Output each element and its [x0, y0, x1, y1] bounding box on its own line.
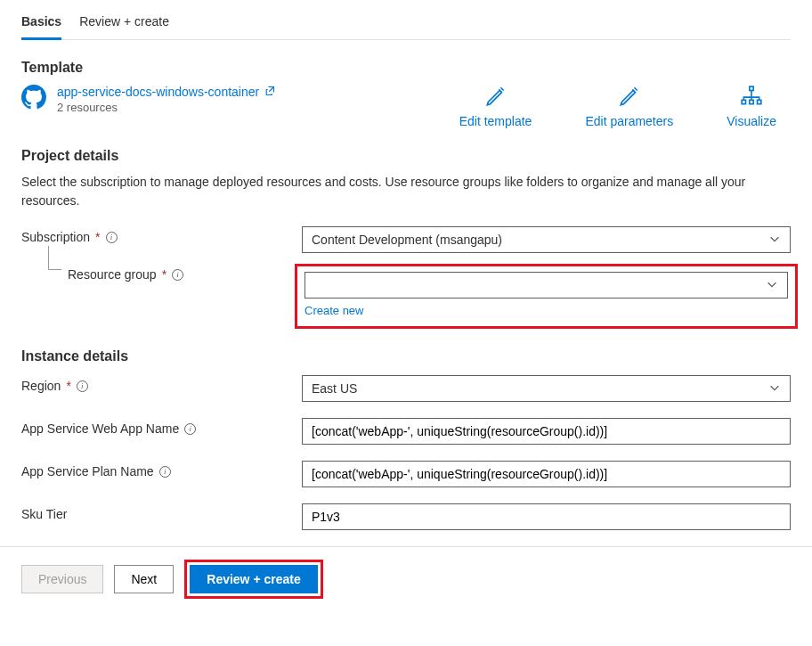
info-icon[interactable]: i	[77, 380, 88, 392]
svg-rect-2	[750, 100, 753, 103]
required-asterisk: *	[66, 379, 70, 393]
template-heading: Template	[21, 60, 791, 76]
plan-name-input[interactable]	[302, 461, 791, 487]
resource-group-highlight: Create new	[295, 264, 798, 329]
edit-parameters-label: Edit parameters	[585, 114, 673, 128]
info-icon[interactable]: i	[106, 232, 118, 243]
hierarchy-icon	[739, 85, 764, 110]
svg-rect-1	[742, 100, 745, 103]
edit-template-button[interactable]: Edit template	[459, 85, 532, 128]
webapp-name-label: App Service Web App Name	[21, 421, 179, 436]
plan-name-label: App Service Plan Name	[21, 464, 154, 478]
github-icon	[21, 85, 46, 110]
chevron-down-icon	[766, 278, 778, 293]
review-create-highlight: Review + create	[184, 560, 322, 599]
info-icon[interactable]: i	[159, 466, 171, 478]
project-details-description: Select the subscription to manage deploy…	[21, 173, 751, 210]
sku-tier-input[interactable]	[302, 503, 791, 530]
pencil-icon	[483, 85, 508, 110]
chevron-down-icon	[768, 381, 781, 397]
visualize-button[interactable]: Visualize	[727, 85, 776, 128]
info-icon[interactable]: i	[172, 269, 183, 281]
tabs-bar: Basics Review + create	[21, 0, 791, 40]
template-link-text: app-service-docs-windows-container	[57, 85, 259, 99]
edit-template-label: Edit template	[459, 114, 532, 128]
tab-review-create[interactable]: Review + create	[79, 9, 169, 40]
region-label: Region	[21, 379, 61, 393]
subscription-label: Subscription	[21, 230, 90, 244]
tab-basics[interactable]: Basics	[21, 9, 61, 40]
subscription-select[interactable]: Content Development (msangapu)	[302, 226, 791, 253]
instance-details-heading: Instance details	[21, 348, 791, 364]
visualize-label: Visualize	[727, 114, 776, 128]
pencil-icon	[617, 85, 642, 110]
chevron-down-icon	[768, 233, 781, 248]
previous-button: Previous	[21, 565, 103, 593]
sku-tier-label: Sku Tier	[21, 507, 67, 521]
project-details-heading: Project details	[21, 148, 791, 164]
info-icon[interactable]: i	[184, 423, 196, 435]
region-select[interactable]: East US	[302, 375, 791, 402]
region-value: East US	[312, 381, 357, 396]
subscription-value: Content Development (msangapu)	[312, 233, 502, 247]
create-new-link[interactable]: Create new	[304, 304, 363, 317]
resource-group-label: Resource group	[68, 267, 157, 282]
template-link[interactable]: app-service-docs-windows-container	[57, 85, 395, 99]
svg-rect-0	[750, 86, 753, 90]
next-button[interactable]: Next	[114, 565, 174, 593]
edit-parameters-button[interactable]: Edit parameters	[585, 85, 673, 128]
external-link-icon	[264, 85, 275, 99]
required-asterisk: *	[95, 230, 100, 244]
webapp-name-input[interactable]	[302, 418, 791, 445]
template-resource-count: 2 resources	[57, 101, 395, 114]
resource-group-select[interactable]	[304, 272, 788, 298]
review-create-button[interactable]: Review + create	[190, 565, 317, 593]
svg-rect-3	[758, 100, 761, 103]
required-asterisk: *	[162, 267, 166, 282]
